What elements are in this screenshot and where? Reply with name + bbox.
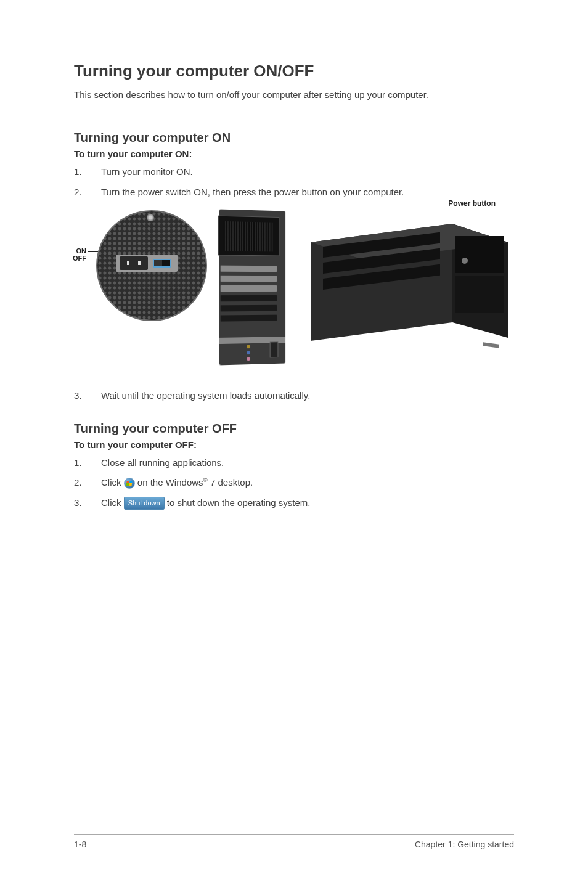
step-number: 2. — [74, 476, 101, 490]
page-title: Turning your computer ON/OFF — [74, 62, 514, 81]
svg-rect-9 — [483, 342, 499, 348]
turn-on-heading: Turning your computer ON — [74, 131, 514, 145]
turn-on-section: Turning your computer ON To turn your co… — [74, 131, 514, 403]
off-step-3: 3. Click Shut down to shut down the oper… — [74, 496, 514, 510]
step-text: Turn your monitor ON. — [101, 165, 193, 179]
turn-on-subhead: To turn your computer ON: — [74, 149, 514, 159]
step-number: 1. — [74, 456, 101, 470]
on-step-1: 1. Turn your monitor ON. — [74, 165, 514, 179]
step-text: Click on the Windows® 7 desktop. — [101, 476, 253, 490]
chapter-label: Chapter 1: Getting started — [415, 839, 514, 849]
step-text: Close all running applications. — [101, 456, 224, 470]
turn-off-subhead: To turn your computer OFF: — [74, 439, 514, 450]
step-text: Turn the power switch ON, then press the… — [101, 186, 404, 200]
shutdown-button-icon: Shut down — [124, 497, 165, 510]
page-footer: 1-8 Chapter 1: Getting started — [74, 834, 514, 849]
step-number: 1. — [74, 165, 101, 179]
turn-off-section: Turning your computer OFF To turn your c… — [74, 422, 514, 510]
step-text: Click Shut down to shut down the operati… — [101, 496, 310, 510]
off-step-2: 2. Click on the Windows® 7 desktop. — [74, 476, 514, 490]
step-number: 3. — [74, 496, 101, 510]
step-text: Wait until the operating system loads au… — [101, 389, 310, 403]
svg-point-8 — [462, 258, 468, 264]
tower-rear-figure — [219, 210, 285, 366]
turn-off-heading: Turning your computer OFF — [74, 422, 514, 436]
svg-rect-6 — [455, 236, 504, 273]
off-step-1: 1. Close all running applications. — [74, 456, 514, 470]
power-plug-icon — [120, 256, 148, 270]
on-label: ON — [76, 247, 87, 255]
figure-row: ON OFF — [74, 210, 514, 364]
psu-closeup-figure: ON OFF — [74, 210, 207, 321]
tower-front-icon — [298, 218, 514, 353]
step-number: 2. — [74, 186, 101, 200]
power-button-callout: Power button — [448, 199, 496, 208]
svg-rect-7 — [455, 276, 504, 313]
tower-front-figure: Power button — [298, 210, 514, 353]
on-step-3: 3. Wait until the operating system loads… — [74, 389, 514, 403]
page-number: 1-8 — [74, 839, 86, 849]
power-switch-icon — [153, 259, 171, 268]
windows-start-orb-icon — [124, 478, 135, 489]
on-step-2: 2. Turn the power switch ON, then press … — [74, 186, 514, 200]
intro-text: This section describes how to turn on/of… — [74, 89, 514, 100]
psu-circle-icon — [96, 210, 207, 321]
off-label: OFF — [73, 255, 86, 262]
step-number: 3. — [74, 389, 101, 403]
